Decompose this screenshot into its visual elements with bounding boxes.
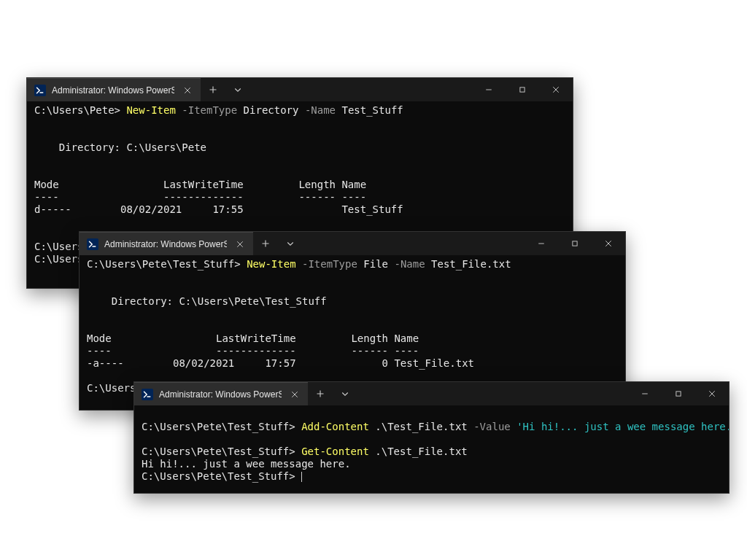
terminal-text: Test_Stuff: [341, 104, 403, 116]
terminal-text: -ItemType: [182, 104, 243, 116]
tab-close-icon[interactable]: [233, 237, 247, 252]
svg-rect-0: [520, 88, 525, 92]
terminal-text: C:\Users: [87, 382, 136, 394]
close-button[interactable]: [695, 382, 729, 405]
svg-rect-1: [573, 241, 577, 246]
powershell-icon: [34, 85, 46, 96]
terminal-text: ---- ------------- ------ ----: [34, 191, 366, 203]
terminal-text: C:\Users: [34, 241, 83, 252]
tab-powershell[interactable]: Administrator: Windows PowerS: [27, 78, 201, 101]
terminal-text: -Name: [394, 258, 431, 270]
powershell-icon: [142, 389, 153, 400]
terminal-text: C:\Users\Pete\Test_Stuff>: [87, 258, 247, 270]
maximize-button[interactable]: [558, 232, 592, 255]
terminal-text: New-Item: [126, 104, 182, 116]
tab-title: Administrator: Windows PowerS: [52, 85, 174, 96]
terminal-text: -a---- 08/02/2021 17:57 0 Test_File.txt: [87, 357, 474, 369]
terminal-text: Directory: C:\Users\Pete\Test_Stuff: [87, 295, 327, 307]
terminal-text: 'Hi hi!... just a wee message here.': [516, 421, 729, 432]
maximize-button[interactable]: [506, 78, 539, 101]
minimize-button[interactable]: [472, 78, 506, 101]
tab-powershell[interactable]: Administrator: Windows PowerS: [80, 232, 253, 255]
terminal-text: C:\Users: [34, 253, 83, 265]
tab-strip: [253, 232, 525, 255]
terminal-text: Add-Content: [301, 421, 375, 432]
terminal-text: d----- 08/02/2021 17:55 Test_Stuff: [34, 203, 403, 215]
cursor: [301, 472, 302, 482]
tab-dropdown-icon[interactable]: [278, 232, 303, 255]
terminal-text: C:\Users\Pete>: [34, 104, 126, 116]
tab-dropdown-icon[interactable]: [225, 78, 250, 101]
tab-dropdown-icon[interactable]: [333, 382, 357, 405]
close-button[interactable]: [539, 78, 573, 101]
window-controls: [628, 382, 729, 405]
terminal-text: Test_File.txt: [431, 258, 511, 270]
terminal-text: -ItemType: [302, 258, 363, 270]
terminal-window[interactable]: Administrator: Windows PowerS C:\Users\P…: [133, 381, 729, 494]
titlebar: Administrator: Windows PowerS: [80, 232, 625, 255]
minimize-button[interactable]: [525, 232, 558, 255]
terminal-text: Mode LastWriteTime Length Name: [87, 332, 419, 344]
titlebar: Administrator: Windows PowerS: [27, 78, 573, 101]
terminal-output[interactable]: C:\Users\Pete\Test_Stuff> Add-Content .\…: [134, 405, 729, 489]
terminal-text: New-Item: [247, 258, 302, 270]
terminal-text: Directory: [244, 104, 305, 116]
terminal-text: C:\Users\Pete\Test_Stuff>: [142, 421, 301, 432]
terminal-text: File: [363, 258, 394, 270]
minimize-button[interactable]: [628, 382, 662, 405]
terminal-text: Hi hi!... just a wee message here.: [142, 458, 351, 470]
terminal-text: Directory: C:\Users\Pete: [34, 141, 206, 153]
window-controls: [472, 78, 573, 101]
terminal-text: .\Test_File.txt: [375, 446, 467, 457]
terminal-text: -Value: [473, 421, 516, 432]
new-tab-button[interactable]: [308, 382, 333, 405]
terminal-output[interactable]: C:\Users\Pete\Test_Stuff> New-Item -Item…: [80, 255, 625, 400]
tab-title: Administrator: Windows PowerS: [104, 239, 227, 249]
titlebar: Administrator: Windows PowerS: [134, 382, 729, 405]
new-tab-button[interactable]: [201, 78, 225, 101]
tab-strip: [201, 78, 472, 101]
powershell-icon: [87, 238, 98, 250]
tab-strip: [308, 382, 628, 405]
close-button[interactable]: [592, 232, 625, 255]
new-tab-button[interactable]: [253, 232, 278, 255]
window-controls: [525, 232, 625, 255]
terminal-text: ---- ------------- ------ ----: [87, 345, 419, 357]
tab-close-icon[interactable]: [287, 387, 302, 402]
terminal-text: Mode LastWriteTime Length Name: [34, 179, 366, 190]
maximize-button[interactable]: [662, 382, 695, 405]
svg-rect-2: [676, 392, 681, 396]
terminal-text: Get-Content: [301, 446, 375, 457]
terminal-text: C:\Users\Pete\Test_Stuff>: [142, 446, 301, 457]
terminal-text: -Name: [305, 104, 342, 116]
terminal-text: C:\Users\Pete\Test_Stuff>: [142, 470, 301, 482]
terminal-text: .\Test_File.txt: [375, 421, 473, 432]
tab-powershell[interactable]: Administrator: Windows PowerS: [134, 382, 308, 405]
tab-close-icon[interactable]: [180, 83, 195, 98]
tab-title: Administrator: Windows PowerS: [159, 389, 282, 400]
